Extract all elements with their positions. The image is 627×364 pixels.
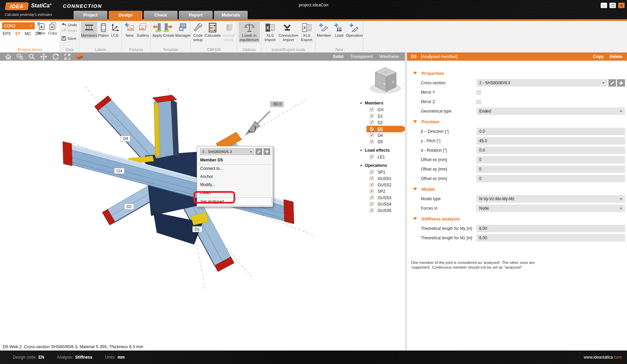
alpha-rotation-input[interactable]: 0.0 [476, 147, 625, 154]
edit-cross-section-button[interactable] [608, 79, 616, 87]
checkbox-checked-icon[interactable] [370, 120, 374, 125]
mirror-y-checkbox[interactable] [476, 90, 481, 95]
tree-section-load-effects[interactable]: Load effects [358, 147, 405, 154]
load-force-arrow[interactable] [246, 111, 270, 135]
home-view-icon[interactable] [5, 53, 12, 60]
members-labels-button[interactable]: Members [81, 22, 97, 38]
tree-section-members[interactable]: Members [358, 100, 405, 107]
length-my-input[interactable]: 6.00 [476, 225, 625, 232]
collapse-icon[interactable] [413, 120, 417, 123]
new-member-button[interactable]: Member [317, 22, 331, 38]
collapse-icon[interactable] [413, 217, 417, 220]
menu-item-modify[interactable]: Modify... [197, 181, 273, 189]
delete-member-button[interactable]: Delete [609, 54, 622, 59]
checkbox-checked-icon[interactable] [370, 114, 374, 118]
expander-icon[interactable] [360, 149, 362, 151]
offset-ex-input[interactable]: 0 [476, 156, 625, 163]
checkbox-checked-icon[interactable] [370, 189, 374, 193]
rotate-icon[interactable] [52, 53, 59, 60]
gamma-pitch-input[interactable]: 45.0 [476, 137, 625, 145]
tree-item-guss1[interactable]: GUSS1 [358, 175, 405, 182]
tab-design[interactable]: Design [109, 11, 142, 19]
display-mode-solid[interactable]: Solid [333, 54, 344, 59]
undo-button[interactable]: Undo [60, 22, 79, 28]
picture-new-button[interactable]: New [123, 22, 136, 38]
checkbox-checked-icon[interactable] [370, 133, 374, 138]
menu-item-connect-to[interactable]: Connect to... [197, 164, 273, 173]
checkbox-checked-icon[interactable] [370, 183, 374, 187]
member-vertical-top[interactable] [153, 95, 179, 158]
tree-item-guss4[interactable]: GUSS4 [358, 201, 405, 207]
tab-check[interactable]: Check [144, 11, 178, 19]
tree-section-operations[interactable]: Operations [358, 162, 405, 169]
redo-button[interactable]: Redo [60, 28, 79, 33]
expander-icon[interactable] [360, 164, 362, 166]
mode-eps[interactable]: EPS [3, 31, 11, 36]
copy-item-button[interactable]: Copy [47, 22, 58, 35]
checkbox-checked-icon[interactable] [370, 170, 374, 174]
tree-item-guss2[interactable]: GUSS2 [358, 182, 405, 188]
checkbox-checked-icon[interactable] [370, 176, 374, 181]
collapse-icon[interactable] [413, 188, 417, 190]
offset-ey-input[interactable]: 0 [476, 165, 625, 173]
tree-item-d5[interactable]: D5 [358, 139, 405, 145]
calculate-button[interactable]: Calculate [205, 22, 221, 38]
connection-import-button[interactable]: Connection Import [278, 22, 299, 42]
overall-check-button[interactable]: Overall check [221, 22, 236, 42]
add-cross-section-button[interactable] [264, 148, 270, 155]
plates-labels-button[interactable]: Plates [98, 22, 109, 38]
fullscreen-icon[interactable] [64, 53, 71, 60]
maximize-button[interactable]: ❐ [609, 3, 616, 8]
member-paint-icon[interactable] [76, 54, 84, 60]
display-mode-transparent[interactable]: Transparent [350, 54, 373, 59]
tab-report[interactable]: Report [179, 11, 213, 19]
beta-direction-input[interactable]: 0.0 [476, 128, 625, 135]
tree-item-le1[interactable]: LE1 [358, 154, 405, 160]
loads-in-equilibrium-button[interactable]: Loads in equilibrium [239, 22, 260, 42]
expander-icon[interactable] [360, 102, 362, 104]
checkbox-checked-icon[interactable] [370, 208, 374, 213]
template-apply-button[interactable]: Apply [152, 22, 162, 38]
context-cross-section-dropdown[interactable]: 3 - SHS80/80/6.3▼ [200, 148, 254, 155]
new-operation-button[interactable]: Operation [347, 22, 362, 38]
viewport-3d[interactable]: D4 CH D2 D1 -50.0 Y Z X Members CH D1 D2… [0, 61, 405, 351]
close-button[interactable]: ✕ [618, 3, 625, 8]
checkbox-checked-icon[interactable] [370, 195, 374, 200]
tab-project[interactable]: Project [74, 11, 107, 19]
tree-item-d4[interactable]: D4 [358, 132, 405, 139]
lcs-labels-button[interactable]: LCS [109, 22, 120, 38]
forces-in-dropdown[interactable]: Node▼ [476, 205, 625, 212]
zoom-icon[interactable] [28, 53, 35, 60]
tree-item-sp2[interactable]: SP2 [358, 188, 405, 194]
tree-item-guss3[interactable]: GUSS3 [358, 194, 405, 201]
connection-selector[interactable]: CON3▼ [2, 22, 35, 29]
checkbox-checked-icon[interactable] [370, 127, 374, 131]
display-mode-wireframe[interactable]: Wireframe [379, 54, 399, 59]
template-manager-button[interactable]: Manager [175, 22, 191, 38]
save-button[interactable]: Save [60, 35, 79, 41]
model-type-dropdown[interactable]: N-Vy-Vz-Mx-My-Mz▼ [476, 195, 625, 203]
new-item-button[interactable]: New [36, 22, 47, 35]
checkbox-checked-icon[interactable] [370, 108, 374, 112]
collapse-icon[interactable] [413, 72, 417, 74]
menu-item-anchor[interactable]: Anchor [197, 173, 273, 181]
member-tag-d1[interactable]: D1 [192, 226, 202, 232]
member-tag-d4[interactable]: D4 [121, 135, 131, 142]
geometrical-type-dropdown[interactable]: Ended▼ [476, 108, 625, 115]
edit-cross-section-button[interactable] [255, 148, 262, 155]
navigation-cube[interactable]: Y Z X [370, 64, 402, 96]
cross-section-dropdown[interactable]: 2 - SHS80/80/6.3▼ [476, 79, 607, 87]
offset-ez-input[interactable]: 0 [476, 175, 625, 182]
template-create-button[interactable]: Create [163, 22, 175, 38]
xls-export-button[interactable]: X XLS Export [299, 22, 314, 42]
gallery-button[interactable]: Gallery [137, 22, 149, 38]
tree-item-sp1[interactable]: SP1 [358, 169, 405, 175]
member-tag-d2[interactable]: D2 [124, 204, 134, 210]
minimize-button[interactable]: – [601, 3, 607, 8]
tree-item-ch[interactable]: CH [358, 107, 405, 113]
new-load-button[interactable]: Load [332, 22, 347, 38]
zoom-window-icon[interactable] [17, 53, 24, 60]
tree-item-d3-selected[interactable]: D3 [358, 126, 405, 132]
tab-materials[interactable]: Materials [214, 11, 248, 19]
checkbox-checked-icon[interactable] [370, 155, 374, 159]
